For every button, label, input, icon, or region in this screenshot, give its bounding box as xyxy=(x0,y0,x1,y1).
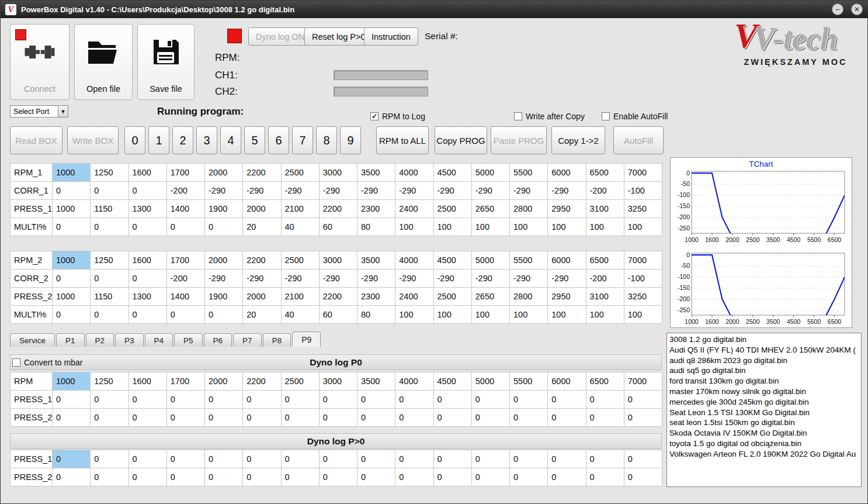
table-cell[interactable]: 100 xyxy=(472,218,510,236)
table-cell[interactable]: 0 xyxy=(472,450,510,468)
table-cell[interactable]: 100 xyxy=(586,306,624,324)
table-cell[interactable]: 7000 xyxy=(624,164,662,182)
chevron-down-icon[interactable]: ▼ xyxy=(58,106,68,117)
table-cell[interactable]: 60 xyxy=(320,306,357,324)
file-list-item[interactable]: Skoda Octavia IV 150KM Go Digital.bin xyxy=(667,428,861,439)
tab-p9[interactable]: P9 xyxy=(292,332,321,347)
table-cell[interactable]: 1250 xyxy=(91,251,129,270)
table-cell[interactable]: 0 xyxy=(548,409,586,427)
table-cell[interactable]: 0 xyxy=(434,409,472,427)
tab-p7[interactable]: P7 xyxy=(233,333,262,347)
table-cell[interactable]: 0 xyxy=(91,182,129,200)
table-cell[interactable]: 6000 xyxy=(548,251,586,270)
table-cell[interactable]: 1900 xyxy=(205,200,243,218)
table-cell[interactable]: 0 xyxy=(282,468,320,486)
table-cell[interactable]: -290 xyxy=(548,182,586,200)
table-cell[interactable]: 80 xyxy=(357,218,395,236)
digit-button-3[interactable]: 3 xyxy=(196,126,217,154)
table-cell[interactable]: 2500 xyxy=(282,164,320,182)
table-cell[interactable]: -200 xyxy=(167,270,205,288)
copy-1-to-2-button[interactable]: Copy 1->2 xyxy=(551,126,605,154)
reset-log-button[interactable]: Reset log P>0 xyxy=(304,27,373,46)
table-cell[interactable]: 5500 xyxy=(510,372,548,391)
connect-button[interactable]: Connect xyxy=(10,24,70,100)
table-cell[interactable]: 2300 xyxy=(357,200,395,218)
table-cell[interactable]: 0 xyxy=(320,450,357,468)
minimize-button[interactable]: – xyxy=(832,4,843,15)
rpm-to-all-button[interactable]: RPM to ALL xyxy=(376,126,429,154)
table-cell[interactable]: 2000 xyxy=(205,164,243,182)
table-cell[interactable]: 100 xyxy=(510,218,548,236)
table-cell[interactable]: 2500 xyxy=(282,372,320,391)
table-cell[interactable]: 2500 xyxy=(434,288,472,306)
table-cell[interactable]: 2400 xyxy=(395,288,433,306)
table-cell[interactable]: 1000 xyxy=(53,200,91,218)
table-cell[interactable]: 0 xyxy=(548,391,586,409)
table-cell[interactable]: 1250 xyxy=(91,164,129,182)
table-cell[interactable]: 0 xyxy=(357,468,395,486)
table-cell[interactable]: 0 xyxy=(167,450,205,468)
table-cell[interactable]: 0 xyxy=(91,409,129,427)
table-cell[interactable]: 0 xyxy=(320,409,357,427)
file-list-item[interactable]: 3008 1.2 go digital.bin xyxy=(667,334,861,345)
table-cell[interactable]: 20 xyxy=(243,306,281,324)
open-file-button[interactable]: Open file xyxy=(74,24,133,100)
table-cell[interactable]: 0 xyxy=(282,391,320,409)
table-cell[interactable]: 0 xyxy=(129,270,167,288)
table-cell[interactable]: -290 xyxy=(243,270,281,288)
table-cell[interactable]: 1700 xyxy=(167,164,205,182)
file-list-item[interactable]: seat leon 1.5tsi 150km go digital.bin xyxy=(667,417,861,428)
table-cell[interactable]: 0 xyxy=(395,450,433,468)
table-cell[interactable]: 3500 xyxy=(357,251,395,270)
table-cell[interactable]: 0 xyxy=(586,450,624,468)
table-cell[interactable]: -200 xyxy=(586,270,624,288)
table-cell[interactable]: 0 xyxy=(205,306,243,324)
table-cell[interactable]: -100 xyxy=(624,182,662,200)
table-cell[interactable]: 0 xyxy=(129,468,167,486)
tab-p2[interactable]: P2 xyxy=(86,333,114,347)
table-cell[interactable]: 0 xyxy=(167,391,205,409)
tab-p4[interactable]: P4 xyxy=(145,333,173,347)
table-cell[interactable]: 1300 xyxy=(129,288,167,306)
digit-button-4[interactable]: 4 xyxy=(220,126,241,154)
table-cell[interactable]: 6000 xyxy=(548,164,586,182)
table-cell[interactable]: 0 xyxy=(510,468,548,486)
table-cell[interactable]: -290 xyxy=(395,270,433,288)
table-cell[interactable]: 5000 xyxy=(472,372,510,391)
table-cell[interactable]: 2100 xyxy=(282,200,320,218)
table-cell[interactable]: 0 xyxy=(53,270,91,288)
table-cell[interactable]: -100 xyxy=(624,270,662,288)
enable-autofill-checkbox[interactable]: Enable AutoFill xyxy=(602,112,668,121)
table-cell[interactable]: 1700 xyxy=(167,251,205,270)
table-cell[interactable]: 2400 xyxy=(395,200,433,218)
table-cell[interactable]: 4500 xyxy=(434,164,472,182)
table-cell[interactable]: 0 xyxy=(205,409,243,427)
table-cell[interactable]: -290 xyxy=(472,182,510,200)
table-cell[interactable]: 3100 xyxy=(586,200,624,218)
table-cell[interactable]: 2500 xyxy=(434,200,472,218)
table-cell[interactable]: 0 xyxy=(395,391,433,409)
table-cell[interactable]: 4000 xyxy=(395,372,433,391)
table-cell[interactable]: 0 xyxy=(282,409,320,427)
table-cell[interactable]: 6000 xyxy=(548,372,586,391)
table-cell[interactable]: 2100 xyxy=(282,288,320,306)
table-cell[interactable]: -290 xyxy=(548,270,586,288)
table-cell[interactable]: -290 xyxy=(320,270,357,288)
table-cell[interactable]: 4500 xyxy=(434,251,472,270)
table-cell[interactable]: 3250 xyxy=(624,288,662,306)
table-cell[interactable]: 1150 xyxy=(91,288,129,306)
table-cell[interactable]: 0 xyxy=(548,450,586,468)
table-cell[interactable]: -290 xyxy=(434,182,472,200)
table-cell[interactable]: -290 xyxy=(357,270,395,288)
table-cell[interactable]: -290 xyxy=(282,270,320,288)
table-cell[interactable]: 2650 xyxy=(472,200,510,218)
table-cell[interactable]: 0 xyxy=(243,450,281,468)
table-cell[interactable]: 0 xyxy=(205,468,243,486)
table-cell[interactable]: 2200 xyxy=(243,372,281,391)
table-cell[interactable]: 5000 xyxy=(472,251,510,270)
table-cell[interactable]: 0 xyxy=(167,409,205,427)
file-list-item[interactable]: mercedes gle 300d 245km go digital.bin xyxy=(667,397,861,408)
table-cell[interactable]: 0 xyxy=(624,409,662,427)
tab-p8[interactable]: P8 xyxy=(263,333,291,347)
file-list-item[interactable]: toyota 1.5 go digital od obciążenia.bin xyxy=(667,439,861,449)
